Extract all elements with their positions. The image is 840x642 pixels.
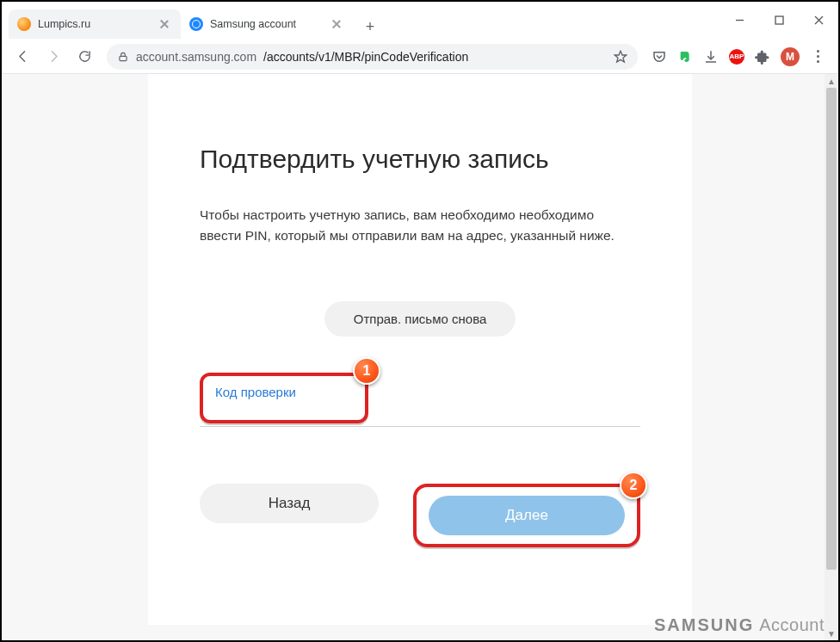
brand-text: Account bbox=[759, 615, 825, 634]
abp-label: ABP bbox=[730, 52, 744, 60]
tab-title: Lumpics.ru bbox=[38, 18, 151, 30]
extensions-puzzle-icon[interactable] bbox=[755, 49, 770, 65]
extension-icons: ABP M bbox=[646, 47, 831, 66]
url-host: account.samsung.com bbox=[136, 50, 256, 64]
desc-line1: Чтобы настроить учетную запись, вам необ… bbox=[200, 207, 594, 222]
resend-email-button[interactable]: Отправ. письмо снова bbox=[324, 301, 516, 336]
tab-lumpics[interactable]: Lumpics.ru bbox=[9, 9, 181, 39]
verify-card: Подтвердить учетную запись Чтобы настрои… bbox=[148, 74, 692, 625]
close-icon[interactable] bbox=[330, 18, 343, 30]
button-row: Назад Далее 2 bbox=[200, 484, 640, 547]
page-title: Подтвердить учетную запись bbox=[200, 145, 640, 174]
address-bar: account.samsung.com/accounts/v1/MBR/pinC… bbox=[2, 40, 838, 74]
profile-avatar[interactable]: M bbox=[781, 47, 800, 66]
verification-code-field[interactable]: Код проверки 1 bbox=[200, 373, 640, 423]
reload-button[interactable] bbox=[71, 43, 98, 71]
close-icon[interactable] bbox=[158, 18, 170, 30]
browser-titlebar: Lumpics.ru Samsung account + bbox=[2, 2, 838, 40]
resend-wrap: Отправ. письмо снова bbox=[200, 301, 640, 336]
svg-rect-4 bbox=[120, 56, 127, 60]
minimize-button[interactable] bbox=[720, 1, 759, 39]
favicon-lumpics bbox=[17, 17, 31, 31]
pocket-icon[interactable] bbox=[652, 49, 667, 65]
bookmark-star-icon[interactable] bbox=[614, 50, 627, 64]
favicon-samsung bbox=[189, 17, 203, 31]
code-label: Код проверки bbox=[215, 385, 353, 399]
desc-line2: ввести PIN, который мы отправили вам на … bbox=[200, 228, 615, 243]
annotation-box-1: Код проверки bbox=[200, 373, 368, 423]
avatar-initial: M bbox=[786, 51, 794, 63]
brand-logo: SAMSUNG bbox=[654, 615, 754, 634]
annotation-box-2: Далее 2 bbox=[413, 484, 640, 547]
scroll-thumb[interactable] bbox=[826, 88, 837, 570]
url-input[interactable]: account.samsung.com/accounts/v1/MBR/pinC… bbox=[107, 44, 638, 70]
url-path: /accounts/v1/MBR/pinCodeVerification bbox=[263, 50, 468, 64]
svg-marker-5 bbox=[615, 51, 626, 62]
input-underline bbox=[200, 426, 640, 427]
tab-title: Samsung account bbox=[210, 18, 324, 30]
next-step-button[interactable]: Далее bbox=[429, 496, 625, 535]
close-window-button[interactable] bbox=[799, 1, 838, 39]
chrome-menu-button[interactable] bbox=[810, 50, 826, 63]
new-tab-button[interactable]: + bbox=[358, 15, 382, 39]
lock-icon bbox=[117, 51, 129, 63]
window-controls bbox=[720, 1, 838, 39]
maximize-button[interactable] bbox=[759, 1, 799, 39]
back-step-button[interactable]: Назад bbox=[200, 484, 379, 523]
evernote-icon[interactable] bbox=[677, 49, 693, 65]
page-description: Чтобы настроить учетную запись, вам необ… bbox=[200, 205, 640, 246]
back-button[interactable] bbox=[9, 43, 36, 71]
adblock-icon[interactable]: ABP bbox=[729, 49, 744, 65]
forward-button[interactable] bbox=[40, 43, 67, 71]
page-viewport: Подтвердить учетную запись Чтобы настрои… bbox=[2, 74, 838, 640]
vertical-scrollbar[interactable]: ▲ ▼ bbox=[825, 74, 838, 640]
scroll-down-arrow[interactable]: ▼ bbox=[825, 627, 838, 640]
annotation-badge-1: 1 bbox=[353, 357, 380, 385]
svg-rect-1 bbox=[775, 16, 783, 24]
scroll-up-arrow[interactable]: ▲ bbox=[825, 74, 838, 88]
tab-strip: Lumpics.ru Samsung account + bbox=[2, 1, 720, 39]
download-icon[interactable] bbox=[703, 49, 719, 65]
annotation-badge-2: 2 bbox=[620, 472, 647, 499]
tab-samsung-account[interactable]: Samsung account bbox=[181, 9, 353, 39]
samsung-account-brand: SAMSUNGAccount bbox=[654, 615, 825, 635]
